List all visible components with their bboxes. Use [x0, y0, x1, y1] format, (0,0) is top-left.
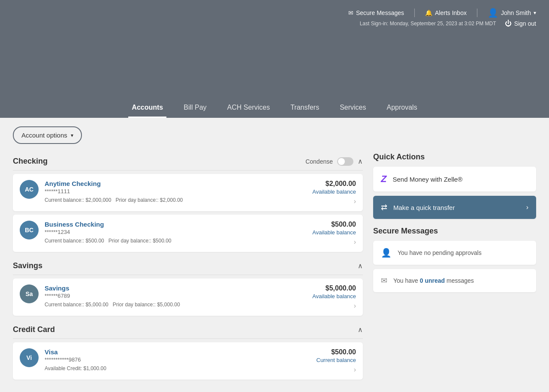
power-icon: ⏻ — [505, 20, 512, 27]
account-card-anytime-checking[interactable]: AC Anytime Checking ******1111 Current b… — [13, 174, 363, 211]
secure-messages-label: Secure Messages — [356, 9, 404, 16]
accounts-column: Checking Condense ∧ AC Anytime Checking … — [13, 153, 363, 385]
savings-balance-label: Available balance — [312, 293, 356, 299]
checking-title: Checking — [13, 157, 48, 166]
alerts-inbox-link[interactable]: 🔔 Alerts Inbox — [425, 9, 467, 16]
business-checking-right: $500.00 Available balance › — [312, 221, 356, 246]
secure-messages-section-title: Secure Messages — [373, 227, 536, 236]
user-chevron-icon: ▾ — [534, 10, 536, 16]
business-checking-balance-label: Available balance — [312, 229, 356, 236]
visa-chevron-icon: › — [354, 366, 356, 374]
savings-number: ******6789 — [45, 293, 306, 299]
savings-collapse-icon[interactable]: ∧ — [358, 262, 363, 270]
anytime-checking-right: $2,000.00 Available balance › — [312, 180, 356, 205]
approvals-icon: 👤 — [381, 248, 392, 258]
avatar-bc: BC — [20, 221, 39, 239]
user-name: John Smith — [501, 9, 531, 16]
account-card-savings[interactable]: Sa Savings ******6789 Current balance:: … — [13, 278, 363, 316]
content-grid: Checking Condense ∧ AC Anytime Checking … — [13, 153, 536, 385]
savings-amount: $5,000.00 — [326, 284, 356, 292]
zelle-icon: Z — [381, 174, 386, 185]
signout-label: Sign out — [514, 20, 536, 27]
avatar-ac: AC — [20, 180, 39, 199]
credit-card-section: Credit Card ∧ Vi Visa ***********9876 Av… — [13, 321, 363, 380]
navigation: Accounts Bill Pay ACH Services Transfers… — [0, 99, 549, 118]
visa-info: Visa ***********9876 Available Credit: $… — [45, 348, 311, 371]
anytime-checking-chevron-icon: › — [354, 197, 356, 205]
anytime-checking-balances: Current balance:: $2,000,000 Prior day b… — [45, 197, 306, 203]
zelle-action-card[interactable]: Z Send Money with Zelle® — [373, 167, 536, 192]
quick-actions-title: Quick Actions — [373, 153, 536, 162]
business-checking-balances: Current balance:: $500.00 Prior day bala… — [45, 238, 306, 244]
visa-balance-label: Current balance — [317, 357, 356, 363]
anytime-checking-number: ******1111 — [45, 188, 306, 195]
anytime-checking-name: Anytime Checking — [45, 180, 306, 187]
transfer-label: Make a quick transfer — [393, 204, 520, 211]
envelope-icon: ✉ — [381, 276, 387, 285]
business-checking-amount: $500.00 — [331, 221, 356, 228]
savings-chevron-icon: › — [354, 302, 356, 310]
avatar-sa: Sa — [20, 284, 39, 303]
transfer-expand-icon: › — [526, 203, 528, 211]
condense-label: Condense — [305, 158, 333, 165]
credit-card-header: Credit Card ∧ — [13, 321, 363, 339]
credit-card-collapse-icon[interactable]: ∧ — [358, 326, 363, 334]
account-options-button[interactable]: Account options ▾ — [13, 126, 82, 144]
savings-section: Savings ∧ Sa Savings ******6789 Current … — [13, 257, 363, 316]
credit-card-title: Credit Card — [13, 325, 55, 334]
savings-header: Savings ∧ — [13, 257, 363, 275]
right-panel: Quick Actions Z Send Money with Zelle® ⇄… — [373, 153, 536, 296]
visa-number: ***********9876 — [45, 356, 311, 363]
checking-header: Checking Condense ∧ — [13, 153, 363, 171]
quick-transfer-card[interactable]: ⇄ Make a quick transfer › — [373, 196, 536, 219]
nav-approvals[interactable]: Approvals — [383, 99, 421, 118]
account-options-chevron-icon: ▾ — [71, 132, 73, 138]
user-menu[interactable]: 👤 John Smith ▾ — [488, 8, 536, 18]
user-icon: 👤 — [488, 8, 498, 18]
no-approvals-text: You have no pending approvals — [398, 249, 482, 256]
visa-amount: $500.00 — [331, 348, 356, 356]
business-checking-chevron-icon: › — [354, 238, 356, 246]
alerts-inbox-label: Alerts Inbox — [435, 9, 467, 16]
mail-icon: ✉ — [348, 9, 353, 16]
avatar-vi: Vi — [20, 348, 39, 367]
nav-services[interactable]: Services — [336, 99, 369, 118]
anytime-checking-balance-label: Available balance — [312, 189, 356, 195]
account-card-business-checking[interactable]: BC Business Checking ******1234 Current … — [13, 215, 363, 252]
transfer-icon: ⇄ — [381, 203, 387, 212]
visa-right: $500.00 Current balance › — [317, 348, 356, 374]
savings-title: Savings — [13, 261, 42, 270]
bell-icon: 🔔 — [425, 9, 432, 16]
zelle-label: Send Money with Zelle® — [392, 176, 528, 183]
business-checking-name: Business Checking — [45, 221, 306, 228]
anytime-checking-info: Anytime Checking ******1111 Current bala… — [45, 180, 306, 203]
savings-balances: Current balance:: $5,000.00 Prior day ba… — [45, 302, 306, 308]
nav-ach-services[interactable]: ACH Services — [224, 99, 274, 118]
nav-bill-pay[interactable]: Bill Pay — [180, 99, 210, 118]
savings-info: Savings ******6789 Current balance:: $5,… — [45, 284, 306, 308]
anytime-checking-amount: $2,000.00 — [326, 180, 356, 188]
divider-1 — [414, 9, 415, 17]
unread-messages-text: You have 0 unread messages — [393, 277, 474, 284]
divider-2 — [477, 9, 477, 17]
last-signin: Last Sign-in: Monday, September 25, 2023… — [360, 21, 496, 27]
account-options-label: Account options — [21, 132, 67, 139]
visa-balances: Available Credit: $1,000.00 — [45, 365, 311, 371]
checking-collapse-icon[interactable]: ∧ — [358, 157, 363, 165]
account-card-visa[interactable]: Vi Visa ***********9876 Available Credit… — [13, 342, 363, 380]
checking-header-right: Condense ∧ — [305, 157, 363, 166]
checking-section: Checking Condense ∧ AC Anytime Checking … — [13, 153, 363, 252]
secure-messages-link[interactable]: ✉ Secure Messages — [348, 9, 404, 16]
savings-name: Savings — [45, 284, 306, 292]
unread-messages-card[interactable]: ✉ You have 0 unread messages — [373, 269, 536, 292]
nav-transfers[interactable]: Transfers — [287, 99, 323, 118]
condense-toggle[interactable] — [337, 157, 353, 166]
business-checking-info: Business Checking ******1234 Current bal… — [45, 221, 306, 244]
nav-accounts[interactable]: Accounts — [128, 99, 166, 118]
business-checking-number: ******1234 — [45, 229, 306, 235]
signout-button[interactable]: ⏻ Sign out — [505, 20, 536, 27]
savings-right: $5,000.00 Available balance › — [312, 284, 356, 310]
visa-name: Visa — [45, 348, 311, 356]
pending-approvals-card: 👤 You have no pending approvals — [373, 241, 536, 265]
